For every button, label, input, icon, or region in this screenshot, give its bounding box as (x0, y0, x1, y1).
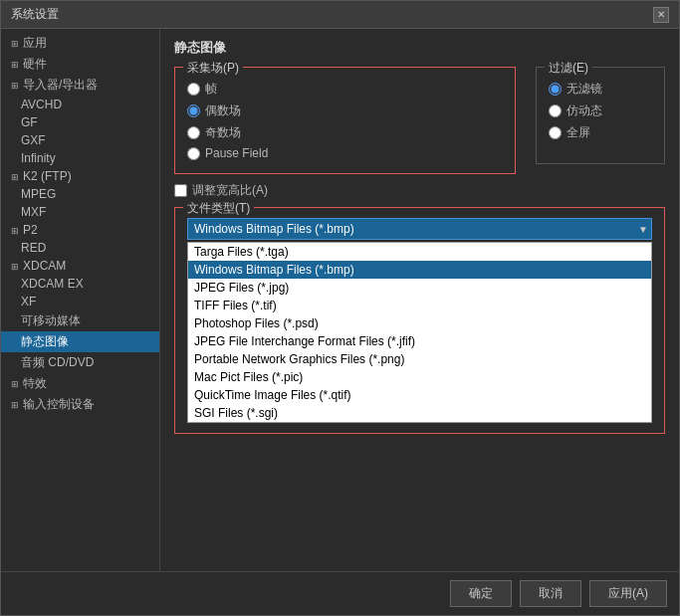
system-settings-dialog: 系统设置 ✕ ⊞应用⊞硬件⊞导入器/导出器AVCHDGFGXFInfinity⊞… (0, 0, 680, 616)
expand-icon: ⊞ (9, 225, 21, 237)
sidebar-item-label: AVCHD (21, 98, 62, 111)
sidebar-item-label: RED (21, 241, 46, 255)
sidebar-item-label: 应用 (23, 36, 47, 50)
sidebar-item-still[interactable]: 静态图像 (1, 331, 159, 352)
filetype-item-pic[interactable]: Mac Pict Files (*.pic) (188, 368, 651, 386)
filter-option-fullscreen: 全屏 (549, 124, 652, 141)
adjust-row: 调整宽高比(A) (174, 182, 665, 199)
capture-group: 采集场(P) 帧偶数场奇数场Pause Field (174, 67, 516, 174)
sidebar-item-label: 输入控制设备 (23, 397, 95, 411)
sidebar-item-label: XDCAM EX (21, 277, 84, 291)
filetype-dropdown-wrapper: Windows Bitmap Files (*.bmp) ▼ (187, 218, 652, 240)
capture-label-pause[interactable]: Pause Field (205, 146, 268, 160)
filetype-list: Targa Files (*.tga)Windows Bitmap Files … (187, 242, 652, 423)
filetype-item-psd[interactable]: Photoshop Files (*.psd) (188, 314, 651, 332)
filetype-item-jfif[interactable]: JPEG File Interchange Format Files (*.jf… (188, 332, 651, 350)
sidebar-item-mobile[interactable]: 可移动媒体 (1, 310, 159, 331)
close-button[interactable]: ✕ (653, 7, 669, 23)
sidebar-item-label: 特效 (23, 376, 47, 390)
apply-button[interactable]: 应用(A) (589, 580, 667, 607)
sidebar-item-effects[interactable]: ⊞特效 (1, 373, 159, 394)
capture-label-odd[interactable]: 奇数场 (205, 124, 241, 141)
sidebar-item-app[interactable]: ⊞应用 (1, 33, 159, 54)
filter-radio-fullscreen[interactable] (549, 126, 562, 139)
sidebar-item-label: P2 (23, 223, 38, 237)
filetype-item-tif[interactable]: TIFF Files (*.tif) (188, 297, 651, 314)
capture-group-label: 采集场(P) (183, 60, 243, 77)
sidebar-item-infinity[interactable]: Infinity (1, 149, 159, 167)
filetype-item-png[interactable]: Portable Network Graphics Files (*.png) (188, 350, 651, 368)
cancel-button[interactable]: 取消 (520, 580, 581, 607)
filetype-item-tga[interactable]: Targa Files (*.tga) (188, 243, 651, 261)
filter-label-fullscreen[interactable]: 全屏 (567, 124, 590, 141)
sidebar-item-label: MXF (21, 205, 46, 219)
capture-radio-pause[interactable] (187, 147, 200, 160)
sidebar-item-label: GF (21, 115, 38, 129)
filetype-item-bmp[interactable]: Windows Bitmap Files (*.bmp) (188, 261, 651, 279)
confirm-button[interactable]: 确定 (450, 580, 512, 607)
filter-radio-nolens[interactable] (549, 83, 562, 96)
capture-radio-frame[interactable] (187, 83, 200, 96)
sidebar-item-audiocd[interactable]: 音频 CD/DVD (1, 352, 159, 373)
title-bar: 系统设置 ✕ (1, 1, 679, 29)
dialog-title: 系统设置 (11, 6, 59, 23)
sidebar-item-inputctrl[interactable]: ⊞输入控制设备 (1, 394, 159, 415)
expand-icon: ⊞ (9, 59, 21, 71)
sidebar-item-k2ftp[interactable]: ⊞K2 (FTP) (1, 167, 159, 185)
filter-label-fake[interactable]: 仿动态 (567, 103, 602, 119)
sidebar-item-red[interactable]: RED (1, 239, 159, 257)
adjust-label[interactable]: 调整宽高比(A) (192, 182, 268, 199)
sidebar-item-label: 静态图像 (21, 334, 69, 348)
sidebar-item-label: Infinity (21, 151, 56, 165)
sidebar-item-gxf[interactable]: GXF (1, 131, 159, 149)
capture-radio-odd[interactable] (187, 126, 200, 139)
sidebar-item-label: XDCAM (23, 259, 66, 273)
filetype-dropdown[interactable]: Windows Bitmap Files (*.bmp) (187, 218, 652, 240)
sidebar-item-label: 硬件 (23, 57, 47, 71)
filter-group: 过滤(E) 无滤镜仿动态全屏 (536, 67, 665, 164)
filter-option-fake: 仿动态 (549, 103, 652, 119)
capture-label-frame[interactable]: 帧 (205, 81, 217, 98)
sidebar-item-avchd[interactable]: AVCHD (1, 96, 159, 113)
capture-option-frame: 帧 (187, 81, 503, 98)
sidebar-item-label: 导入器/导出器 (23, 78, 98, 92)
sidebar-item-p2[interactable]: ⊞P2 (1, 221, 159, 239)
filter-label-nolens[interactable]: 无滤镜 (567, 81, 602, 98)
sidebar-item-xf[interactable]: XF (1, 293, 159, 310)
capture-radio-even[interactable] (187, 104, 200, 117)
adjust-checkbox[interactable] (174, 184, 187, 197)
sidebar-item-xdcam[interactable]: ⊞XDCAM (1, 257, 159, 275)
section-title: 静态图像 (174, 39, 665, 57)
expand-icon: ⊞ (9, 399, 21, 411)
sidebar-item-label: XF (21, 295, 36, 308)
sidebar-item-label: GXF (21, 133, 46, 147)
sidebar-item-label: 音频 CD/DVD (21, 355, 94, 369)
capture-label-even[interactable]: 偶数场 (205, 103, 241, 119)
capture-option-odd: 奇数场 (187, 124, 503, 141)
expand-icon: ⊞ (9, 80, 21, 92)
filetype-item-qtif[interactable]: QuickTime Image Files (*.qtif) (188, 386, 651, 404)
expand-icon: ⊞ (9, 38, 21, 50)
sidebar-item-hardware[interactable]: ⊞硬件 (1, 54, 159, 75)
filetype-item-sgi[interactable]: SGI Files (*.sgi) (188, 404, 651, 422)
sidebar: ⊞应用⊞硬件⊞导入器/导出器AVCHDGFGXFInfinity⊞K2 (FTP… (1, 29, 160, 571)
capture-option-pause: Pause Field (187, 146, 503, 160)
sidebar-item-importer[interactable]: ⊞导入器/导出器 (1, 75, 159, 96)
top-row: 采集场(P) 帧偶数场奇数场Pause Field 过滤(E) 无滤镜仿动态全屏 (174, 67, 665, 174)
expand-icon: ⊞ (9, 171, 21, 183)
footer: 确定 取消 应用(A) (1, 571, 679, 615)
sidebar-item-xdcamex[interactable]: XDCAM EX (1, 275, 159, 293)
expand-icon: ⊞ (9, 261, 21, 273)
sidebar-item-label: MPEG (21, 187, 56, 201)
expand-icon: ⊞ (9, 378, 21, 390)
capture-option-even: 偶数场 (187, 103, 503, 119)
filetype-group-label: 文件类型(T) (183, 200, 254, 217)
main-panel: 静态图像 采集场(P) 帧偶数场奇数场Pause Field 过滤(E) 无滤镜… (160, 29, 679, 571)
filter-radio-fake[interactable] (549, 104, 562, 117)
sidebar-item-mpeg[interactable]: MPEG (1, 185, 159, 203)
sidebar-item-gf[interactable]: GF (1, 113, 159, 131)
filetype-item-jpg[interactable]: JPEG Files (*.jpg) (188, 279, 651, 297)
content-area: ⊞应用⊞硬件⊞导入器/导出器AVCHDGFGXFInfinity⊞K2 (FTP… (1, 29, 679, 571)
filter-option-nolens: 无滤镜 (549, 81, 652, 98)
sidebar-item-mxf[interactable]: MXF (1, 203, 159, 221)
